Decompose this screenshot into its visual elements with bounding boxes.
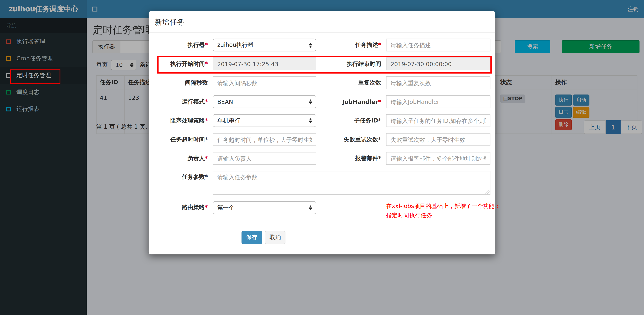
glue-type-label: 运行模式* [152, 98, 213, 105]
alarm-email-label: 报警邮件* [316, 155, 386, 162]
repeat-count-label: 重复次数 [316, 79, 386, 87]
executor-select[interactable]: zuihou执行器 [213, 39, 316, 52]
job-desc-input[interactable] [386, 39, 490, 52]
start-time-input[interactable]: 2019-07-30 17:25:43 [213, 58, 316, 70]
timeout-input[interactable] [213, 133, 316, 146]
modal-footer: 保存 取消 [149, 222, 495, 244]
author-label: 负责人* [152, 155, 213, 162]
fail-retry-input[interactable] [386, 133, 490, 146]
select-caret-icon [309, 43, 312, 47]
route-strategy-select[interactable]: 第一个 [213, 201, 316, 214]
cancel-button[interactable]: 取消 [265, 231, 286, 244]
interval-input[interactable] [213, 76, 316, 89]
block-strategy-label: 阻塞处理策略* [152, 117, 213, 124]
save-button[interactable]: 保存 [242, 231, 262, 244]
add-job-modal: 新增任务 执行器* zuihou执行器 任务描述* 执行开始时间* 2019-0… [149, 11, 495, 254]
repeat-count-input[interactable] [386, 76, 490, 89]
select-caret-icon [309, 205, 312, 210]
fail-retry-label: 失败重试次数* [316, 136, 386, 143]
job-handler-label: JobHandler* [316, 99, 386, 105]
modal-body: 执行器* zuihou执行器 任务描述* 执行开始时间* 2019-07-30 … [149, 33, 495, 220]
modal-title: 新增任务 [155, 17, 489, 27]
job-desc-label: 任务描述* [316, 41, 386, 49]
select-caret-icon [309, 99, 312, 104]
job-handler-input[interactable] [386, 95, 490, 108]
job-param-textarea[interactable]: 请输入任务参数 [213, 171, 490, 195]
child-jobid-input[interactable] [386, 114, 490, 127]
alarm-email-input[interactable] [386, 152, 490, 165]
annotation-note: 在xxl-jobs项目的基础上，新增了一个功能： 指定时间执行任务 [386, 201, 493, 220]
end-time-label: 执行结束时间 [316, 60, 386, 68]
end-time-input[interactable]: 2019-07-30 00:00:00 [386, 58, 490, 70]
glue-type-select[interactable]: BEAN [213, 95, 316, 108]
screen: zuihou任务调度中心 注销 导航 执行器管理 Cron任务管理 定时任务管理… [0, 0, 644, 315]
block-strategy-select[interactable]: 单机串行 [213, 114, 316, 127]
route-strategy-label: 路由策略* [152, 201, 213, 211]
timeout-label: 任务超时时间* [152, 136, 213, 143]
interval-label: 间隔秒数 [152, 79, 213, 87]
start-time-label: 执行开始时间* [152, 60, 213, 68]
select-caret-icon [309, 118, 312, 123]
textarea-resize-grip[interactable] [486, 190, 490, 194]
modal-header: 新增任务 [149, 11, 495, 33]
author-input[interactable] [213, 152, 316, 165]
job-param-label: 任务参数* [152, 171, 213, 181]
executor-label: 执行器* [152, 41, 213, 49]
child-jobid-label: 子任务ID* [316, 117, 386, 124]
